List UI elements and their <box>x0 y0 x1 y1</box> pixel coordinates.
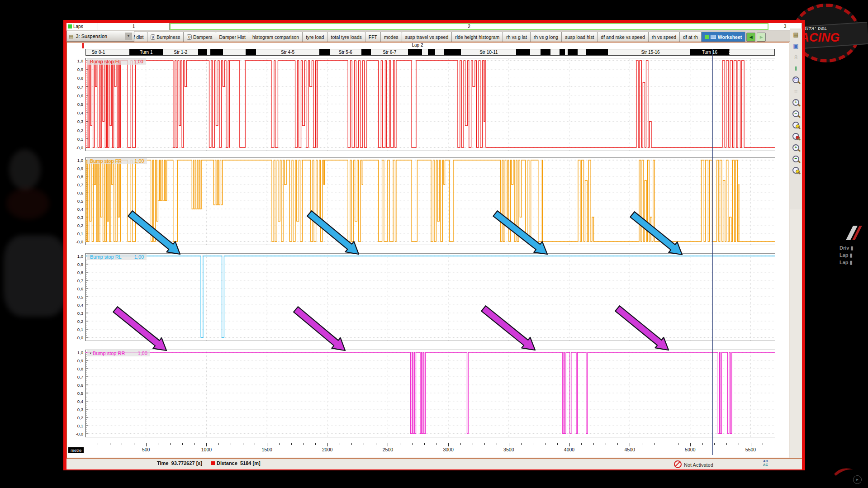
lap-cell-2[interactable]: 2 <box>170 23 768 30</box>
axis-tick <box>702 443 703 445</box>
track-section-label: Str 0-1 <box>91 49 105 55</box>
record-dim-icon[interactable]: 8 <box>792 53 801 61</box>
zoom-out-icon[interactable]: − <box>792 109 801 118</box>
zoom-in-time-icon[interactable]: + <box>792 143 801 152</box>
y-tick-label: 0,1 <box>67 231 83 236</box>
tab-df-at-rh[interactable]: df at rh <box>679 32 702 42</box>
chart-bump-stop-fr[interactable]: 1,00,90,80,70,60,50,40,30,20,1-0,0Bump s… <box>67 157 789 245</box>
track-section-label: Str 10-11 <box>479 49 498 55</box>
zoom-fit-icon <box>792 122 799 128</box>
y-tick-label: 0,2 <box>67 128 83 133</box>
chart-bump-stop-rr[interactable]: 1,00,90,80,70,60,50,40,30,20,1-0,0▪ Bump… <box>67 350 789 437</box>
tab-rh-vs-g-lat[interactable]: rh vs g lat <box>503 32 531 42</box>
axis-tick-label: 1000 <box>201 447 212 452</box>
axis-tick <box>497 443 497 445</box>
track-section-tail <box>729 49 774 55</box>
axis-tick <box>533 443 533 445</box>
axis-tick <box>340 443 340 445</box>
track-section-dark <box>246 49 256 55</box>
tab-ride-height-histogram[interactable]: ride height histogram <box>451 32 503 42</box>
axis-tick-label: 1500 <box>261 447 272 452</box>
worksheet-group-dropdown[interactable]: ▤ 3: Suspension ▼ <box>66 31 134 42</box>
y-tick-label: 0,1 <box>67 423 83 428</box>
chart-bump-stop-rl[interactable]: 1,00,90,80,70,60,50,40,30,20,1-0,0Bump s… <box>67 253 789 341</box>
zoom-fit-time-icon[interactable] <box>792 166 801 174</box>
tab-damper-hist[interactable]: Damper Hist <box>216 32 249 42</box>
y-tick-label: 0,7 <box>67 182 83 187</box>
worksheet-group-icon: ▤ <box>69 33 73 39</box>
chart-title-bump-stop-rr[interactable]: ▪ Bump stop RR1,00 <box>87 350 150 356</box>
zoom-region-icon: □ <box>792 76 799 83</box>
axis-unit-badge[interactable]: metre <box>68 447 84 453</box>
tab-dampers[interactable]: 0Dampers <box>183 32 216 42</box>
track-section-dark <box>568 49 577 55</box>
y-tick-label: -0,0 <box>67 431 83 436</box>
zoom-stop-icon[interactable] <box>792 132 801 140</box>
track-section-label: Str 1-2 <box>174 49 187 55</box>
chart-title-bump-stop-rl[interactable]: Bump stop RL1,00 <box>87 254 147 260</box>
y-tick-label: 0,9 <box>67 166 83 171</box>
y-tick-label: 0,7 <box>67 374 83 379</box>
tab-bumpiness[interactable]: 9Bumpiness <box>147 32 184 42</box>
tab-histogram-comparison[interactable]: histogram comparison <box>249 32 303 42</box>
zoom-region-icon[interactable]: □ <box>792 76 801 84</box>
axis-tick <box>690 443 691 446</box>
lap-cell-1[interactable]: 1 <box>98 23 170 30</box>
y-tick-label: -0,0 <box>67 239 83 244</box>
axis-tick <box>351 443 352 445</box>
chevron-down-icon[interactable]: ▼ <box>125 33 132 40</box>
next-worksheet-button[interactable]: ▶ <box>757 33 766 42</box>
chart-title-bump-stop-fr[interactable]: Bump stop FR1,00 <box>87 158 147 164</box>
track-section-bar[interactable]: Str 0-1Turn 1Str 1-2Str 4-5Str 5-6Str 6-… <box>85 49 775 56</box>
y-tick-label: 1,0 <box>67 58 83 63</box>
activation-status: Not Activated <box>674 460 713 468</box>
distance-marker-icon <box>211 461 215 465</box>
axis-tick <box>654 443 655 445</box>
chart-title-bump-stop-fl[interactable]: Bump stop FL1,00 <box>87 58 146 65</box>
tab-rh-vs-speed[interactable]: rh vs speed <box>648 32 680 42</box>
tab-modes[interactable]: modes <box>380 32 402 42</box>
prev-worksheet-button[interactable]: ◀ <box>746 33 755 42</box>
abac-icon[interactable]: AB AC <box>763 460 768 467</box>
axis-tick <box>182 443 183 445</box>
tab-susp-travel-vs-speed[interactable]: susp travel vs speed <box>402 32 452 42</box>
y-tick-label: 0,6 <box>67 93 83 98</box>
axis-tick <box>255 443 255 445</box>
y-tick-label: 0,3 <box>67 215 83 220</box>
not-activated-icon <box>674 460 682 468</box>
axis-tick <box>436 443 436 445</box>
tab-susp-load-hist[interactable]: susp load hist <box>561 32 598 42</box>
axis-tick-label: 500 <box>142 447 150 452</box>
pause-icon[interactable]: ‖ <box>792 64 801 72</box>
filter-dim-icon[interactable]: ≡ <box>792 87 801 95</box>
tab-total-tyre-loads[interactable]: total tyre loads <box>327 32 365 42</box>
corner-player-icon[interactable]: ▸ <box>853 475 862 484</box>
axis-tick <box>763 443 763 445</box>
axis-tick <box>521 443 522 445</box>
worksheet-properties-icon[interactable]: ▤ <box>792 30 801 38</box>
axis-tick <box>267 443 267 446</box>
tab-fft[interactable]: FFT <box>365 32 381 42</box>
y-tick-label: 1,0 <box>67 350 83 355</box>
zoom-out-icon: − <box>792 110 799 117</box>
chart-bump-stop-fl[interactable]: 1,00,90,80,70,60,50,40,30,20,1-0,0Bump s… <box>67 58 789 151</box>
tab-worksheet-active[interactable]: Worksheet <box>701 32 746 42</box>
y-tick-label: 0,4 <box>67 110 83 115</box>
zoom-out-time-icon[interactable]: − <box>792 155 801 163</box>
axis-tick <box>460 443 461 445</box>
laps-legend-icon <box>68 24 72 28</box>
logo-subtitle: VERSITA' DEL <box>794 26 867 31</box>
tab-rh-vs-g-long[interactable]: rh vs g long <box>530 32 562 42</box>
status-bar: Time 93.772627 [s] Distance 5184 [m] Not… <box>66 458 802 469</box>
active-tab-indicator-icon <box>705 35 709 39</box>
y-tick-label: 0,8 <box>67 76 83 81</box>
display-icon[interactable]: ▣ <box>792 42 801 50</box>
tab-tyre-load[interactable]: tyre load <box>302 32 327 42</box>
axis-tick <box>581 443 582 445</box>
tab-df-and-rake-vs-speed[interactable]: df and rake vs speed <box>597 32 648 42</box>
laps-row: Laps 123 <box>66 23 802 30</box>
y-tick-label: 0,5 <box>67 294 83 299</box>
axis-tick <box>775 443 775 445</box>
zoom-fit-icon[interactable] <box>792 121 801 129</box>
zoom-in-icon[interactable]: + <box>792 98 801 106</box>
